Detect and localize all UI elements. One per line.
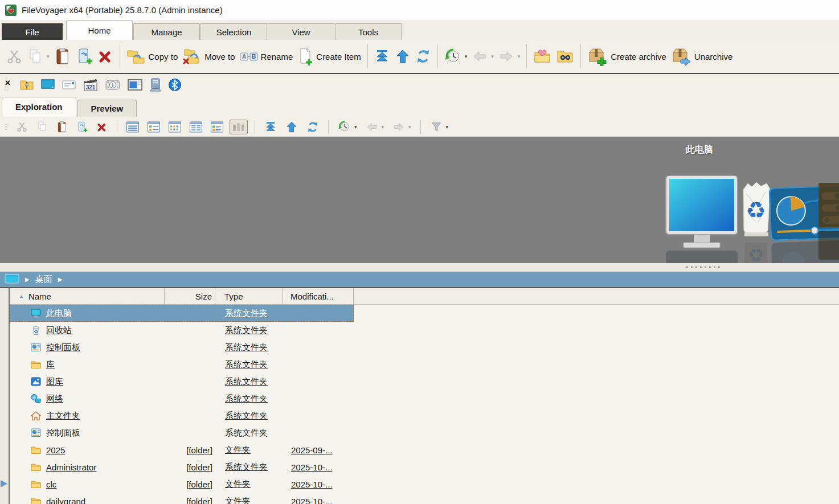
file-row[interactable]: 控制面板 系统文件夹 <box>10 424 354 441</box>
go-top-button[interactable] <box>372 47 392 66</box>
column-header-size[interactable]: Size <box>165 288 215 304</box>
file-name[interactable]: Administrator <box>46 462 96 472</box>
file-name[interactable]: 控制面板 <box>46 342 80 353</box>
history-dropdown[interactable]: ▾ <box>465 54 468 59</box>
file-row[interactable]: 网络 系统文件夹 <box>10 390 354 407</box>
file-type[interactable]: 系统文件夹 <box>215 376 283 387</box>
file-name[interactable]: 回收站 <box>46 325 72 336</box>
card-tool-button[interactable] <box>62 78 76 92</box>
toolbar-grip-handle[interactable]: ⋮ <box>2 122 9 131</box>
favorites-button[interactable] <box>531 46 554 67</box>
list-forward-button[interactable]: ▾ <box>390 119 414 135</box>
tab-selection[interactable]: Selection <box>200 23 267 40</box>
mpc-tool-button[interactable]: 321 <box>83 77 99 92</box>
file-type[interactable]: 文件夹 <box>215 479 283 490</box>
column-header-modified[interactable]: Modificati... <box>283 288 354 304</box>
tab-exploration[interactable]: Exploration <box>2 97 76 117</box>
view-tiles-button[interactable] <box>208 120 226 134</box>
close-panel-button[interactable]: ✕ <box>4 78 13 92</box>
file-name[interactable]: clc <box>46 480 56 489</box>
file-name[interactable]: 控制面板 <box>46 428 80 439</box>
list-back-button[interactable]: ▾ <box>363 119 387 135</box>
file-row[interactable]: 控制面板 系统文件夹 <box>10 339 354 356</box>
file-name[interactable]: 库 <box>46 359 55 370</box>
file-type[interactable]: 文件夹 <box>215 496 283 504</box>
move-to-button[interactable]: Move to <box>180 46 237 67</box>
back-dropdown[interactable]: ▾ <box>491 54 494 59</box>
column-header-type[interactable]: Type <box>215 288 283 304</box>
file-row[interactable]: clc [folder] 文件夹 2025-10-... <box>10 476 354 493</box>
file-name[interactable]: 主文件夹 <box>46 411 80 421</box>
filter-button[interactable]: ▾ <box>428 119 451 135</box>
forward-dropdown[interactable]: ▾ <box>518 54 521 59</box>
history-button[interactable]: ▾ <box>442 46 470 67</box>
breadcrumb-item-desktop[interactable]: 桌面 <box>35 274 52 285</box>
copy-to-button[interactable]: Copy to <box>124 46 181 67</box>
window-tool-button[interactable] <box>127 78 143 92</box>
file-row[interactable]: 2025 [folder] 文件夹 2025-09-... <box>10 441 354 458</box>
file-type[interactable]: 系统文件夹 <box>215 411 283 421</box>
list-history-dropdown[interactable]: ▾ <box>354 124 357 130</box>
list-refresh-button[interactable] <box>304 119 321 135</box>
back-button[interactable]: ▾ <box>469 47 496 66</box>
tab-file[interactable]: File <box>2 23 63 40</box>
breadcrumb-root-icon[interactable] <box>5 274 19 285</box>
go-up-button[interactable] <box>392 47 413 66</box>
splitter-drag-handle[interactable] <box>686 267 720 268</box>
create-item-button[interactable]: Create Item <box>295 46 363 67</box>
list-go-top-button[interactable] <box>262 119 279 135</box>
file-type[interactable]: 系统文件夹 <box>215 308 283 319</box>
coverflow-item-this-pc[interactable] <box>665 175 738 263</box>
coverflow-item-recycle-bin[interactable]: ♻ ♻ <box>738 179 773 263</box>
view-compact-list-button[interactable] <box>187 120 204 134</box>
file-type[interactable]: 系统文件夹 <box>215 394 283 404</box>
column-header-name[interactable]: ▲ Name <box>10 288 165 304</box>
copy-dropdown[interactable]: ▾ <box>47 54 50 59</box>
breadcrumb-arrow-icon[interactable]: ▶ <box>58 276 63 282</box>
coverflow-preview-panel[interactable]: 此电脑 ♻ ♻ <box>0 137 839 263</box>
delete-button[interactable] <box>95 47 116 66</box>
zip-tool-button[interactable] <box>19 78 34 92</box>
splitter-strip[interactable] <box>0 263 839 272</box>
file-row[interactable]: 主文件夹 系统文件夹 <box>10 407 354 424</box>
create-archive-button[interactable]: Create archive <box>585 45 669 68</box>
file-name[interactable]: 2025 <box>46 445 65 455</box>
breadcrumb-arrow-icon[interactable]: ▶ <box>25 276 30 282</box>
filter-dropdown[interactable]: ▾ <box>446 124 449 130</box>
paste-button[interactable] <box>52 46 73 67</box>
file-row[interactable]: Administrator [folder] 系统文件夹 2025-10-... <box>10 458 354 476</box>
list-back-dropdown[interactable]: ▾ <box>382 124 384 130</box>
file-row[interactable]: ♻ 回收站 系统文件夹 <box>10 322 354 339</box>
list-refresh-new-button[interactable] <box>74 119 90 135</box>
cut-button[interactable] <box>3 46 25 67</box>
file-name[interactable]: 图库 <box>46 376 63 387</box>
tab-tools[interactable]: Tools <box>335 23 402 40</box>
tab-manage[interactable]: Manage <box>133 23 200 40</box>
search-folder-button[interactable] <box>554 46 576 67</box>
file-type[interactable]: 系统文件夹 <box>215 342 283 353</box>
list-paste-button[interactable] <box>54 119 70 135</box>
tab-home[interactable]: Home <box>66 21 133 40</box>
view-details-button[interactable] <box>145 120 162 134</box>
file-type[interactable]: 系统文件夹 <box>215 359 283 370</box>
screen-tool-button[interactable] <box>40 78 55 92</box>
file-type[interactable]: 系统文件夹 <box>215 325 283 336</box>
file-name[interactable]: 此电脑 <box>46 308 72 319</box>
file-type[interactable]: 系统文件夹 <box>215 462 283 473</box>
file-row[interactable]: dailygrand [folder] 文件夹 2025-10-... <box>10 493 354 504</box>
file-type[interactable]: 系统文件夹 <box>215 428 283 439</box>
unarchive-button[interactable]: Unarchive <box>669 45 735 68</box>
coverflow-item-partial[interactable] <box>818 183 839 227</box>
rename-button[interactable]: AB Rename <box>238 48 296 65</box>
copy-button[interactable]: ▾ <box>25 46 52 67</box>
file-name[interactable]: dailygrand <box>46 497 85 504</box>
list-delete-button[interactable] <box>94 120 110 134</box>
mediainfo-tool-button[interactable]: i <box>105 78 121 92</box>
tab-view[interactable]: View <box>268 23 334 40</box>
refresh-button[interactable] <box>413 47 433 66</box>
file-row[interactable]: 此电脑 系统文件夹 <box>10 305 354 322</box>
view-small-icons-button[interactable] <box>166 120 183 134</box>
file-row[interactable]: 库 系统文件夹 <box>10 356 354 373</box>
view-list-button[interactable] <box>124 120 141 134</box>
list-history-button[interactable]: ▾ <box>335 118 359 135</box>
